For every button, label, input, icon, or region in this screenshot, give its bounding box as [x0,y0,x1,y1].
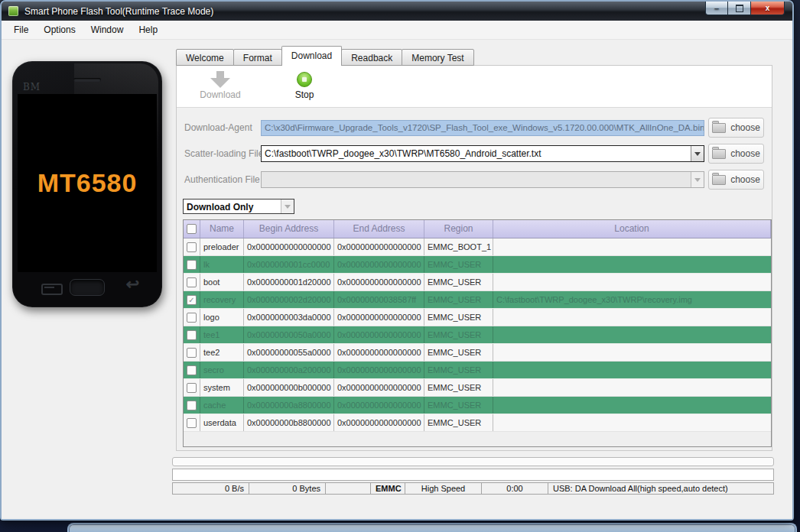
phone-home-button [70,279,105,296]
checkbox-cell [184,309,200,326]
partition-row-preloader[interactable]: preloader0x00000000000000000x00000000000… [184,238,771,256]
partition-row-system[interactable]: system0x000000000b0000000x00000000000000… [184,379,771,397]
row-checkbox-preloader[interactable] [187,242,197,252]
row-checkbox-secro[interactable] [187,365,197,375]
maximize-button[interactable] [728,2,751,15]
app-icon [8,6,18,16]
download-agent-choose-button[interactable]: choose [708,118,764,138]
auth-choose-button[interactable]: choose [708,170,764,190]
begin-address-cell: 0x00000000a8800000 [244,397,334,414]
end-address-cell: 0x0000000000000000 [334,397,424,414]
status-bytes: 0 Bytes [249,482,326,495]
checkbox-cell [184,238,200,255]
download-mode-combobox[interactable]: Download Only [183,199,294,214]
phone-buttons: ↩ [12,280,162,297]
checkbox-cell: ✓ [184,291,200,308]
chevron-down-icon [285,205,291,209]
chevron-down-icon [694,178,701,182]
partition-table-header: NameBegin AddressEnd AddressRegionLocati… [184,220,771,238]
stop-action-button[interactable]: Stop [272,71,337,100]
phone-back-icon: ↩ [125,275,139,294]
name-cell: recovery [200,291,244,308]
status-elapsed-time: 0:00 [481,482,548,495]
begin-address-cell: 0x0000000001d20000 [244,274,334,290]
minimize-button[interactable]: – [705,2,728,15]
status-usb-mode: USB: DA Download All(high speed,auto det… [548,482,774,495]
checkbox-cell [184,274,200,290]
row-checkbox-userdata[interactable] [187,418,197,428]
separator-panel [172,457,774,466]
name-cell: tee1 [200,326,244,343]
begin-address-cell: 0x000000000b000000 [244,379,334,396]
menu-options[interactable]: Options [36,21,83,39]
checkbox-cell [184,414,200,431]
checkbox-cell [184,397,200,414]
column-header-select [184,220,200,238]
column-header-region: Region [424,220,493,238]
partition-row-boot[interactable]: boot0x0000000001d200000x0000000000000000… [184,274,771,291]
partition-row-lk[interactable]: lk0x0000000001cc00000x0000000000000000EM… [184,256,771,274]
region-cell: EMMC_USER [424,291,493,308]
location-cell [493,379,771,396]
location-cell [493,256,771,273]
scatter-file-combobox[interactable]: C:\fastboot\TWRP_doogee_x30\TWRP\MT6580_… [261,145,704,162]
region-cell: EMMC_USER [424,309,493,326]
auth-file-label: Authentication File [184,174,260,185]
location-cell [493,309,771,326]
window-controls: – x [705,2,785,15]
download-agent-field[interactable]: C:\x30d\Firmware_Upgrade_Tools_v1720\SP_… [261,120,704,136]
partition-row-secro[interactable]: secro0x000000000a2000000x000000000000000… [184,362,771,379]
begin-address-cell: 0x0000000003da0000 [244,309,334,326]
select-all-checkbox[interactable] [187,224,197,234]
menu-bar: FileOptionsWindowHelp [2,21,792,40]
download-action-button[interactable]: Download [188,71,252,100]
row-checkbox-recovery[interactable]: ✓ [187,295,197,305]
partition-row-tee1[interactable]: tee10x00000000050a00000x0000000000000000… [184,326,771,344]
column-header-name: Name [200,220,244,238]
tab-download[interactable]: Download [281,46,342,66]
partition-row-cache[interactable]: cache0x00000000a88000000x000000000000000… [184,397,771,414]
tab-welcome[interactable]: Welcome [176,49,234,66]
location-cell [493,344,771,361]
scatter-choose-button[interactable]: choose [708,144,764,164]
mode-dropdown-button[interactable] [281,200,294,213]
download-arrow-icon [210,71,230,89]
partition-row-tee2[interactable]: tee20x00000000055a00000x0000000000000000… [184,344,771,362]
stop-action-label: Stop [272,89,337,100]
menu-window[interactable]: Window [83,21,132,39]
download-tab-panel: Download Stop Download-Agent C:\x30d\Fir… [176,65,772,451]
row-checkbox-logo[interactable] [187,313,197,323]
partition-row-recovery[interactable]: ✓recovery0x0000000002d200000x00000000038… [184,291,771,309]
row-checkbox-lk[interactable] [187,260,197,270]
phone-speaker [73,78,101,82]
partition-table-body: preloader0x00000000000000000x00000000000… [184,238,771,432]
end-address-cell: 0x0000000000000000 [334,344,424,361]
row-checkbox-boot[interactable] [187,277,197,287]
background-window-edge [67,523,797,532]
tab-memory-test[interactable]: Memory Test [402,49,473,66]
row-checkbox-tee1[interactable] [187,330,197,340]
tab-readback[interactable]: Readback [341,49,402,66]
row-checkbox-tee2[interactable] [187,348,197,358]
row-checkbox-cache[interactable] [187,401,197,410]
region-cell: EMMC_USER [424,362,493,378]
name-cell: logo [200,309,244,326]
partition-row-userdata[interactable]: userdata0x00000000b88000000x000000000000… [184,414,771,432]
name-cell: secro [200,362,244,378]
menu-help[interactable]: Help [131,21,165,39]
row-checkbox-system[interactable] [187,383,197,393]
region-cell: EMMC_USER [424,397,493,414]
partition-row-logo[interactable]: logo0x0000000003da00000x0000000000000000… [184,309,771,326]
status-bar: 0 B/s 0 Bytes EMMC High Speed 0:00 USB: … [172,482,774,495]
location-cell [493,414,771,431]
close-button[interactable]: x [751,2,785,15]
end-address-cell: 0x0000000000000000 [334,256,424,273]
menu-file[interactable]: File [6,21,36,39]
scatter-file-label: Scatter-loading File [184,148,263,159]
checkbox-cell [184,362,200,378]
scatter-dropdown-button[interactable] [691,146,704,161]
auth-file-combobox [261,171,704,188]
folder-icon [712,149,726,159]
tab-format[interactable]: Format [233,49,282,66]
scatter-file-value: C:\fastboot\TWRP_doogee_x30\TWRP\MT6580_… [262,146,691,161]
